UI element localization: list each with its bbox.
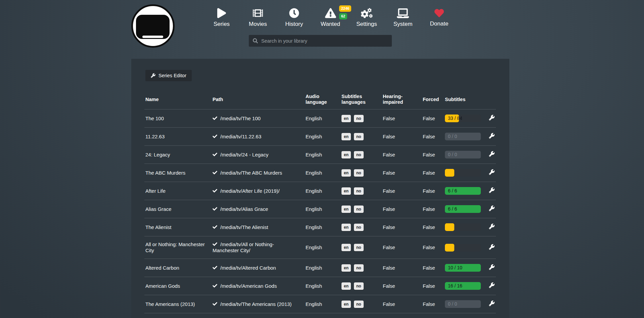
main-nav: Series Movies History Wanted 2246 62 Set…	[203, 7, 457, 28]
subtitles-progress	[445, 169, 481, 177]
series-editor-button[interactable]: Series Editor	[145, 70, 192, 81]
edit-wrench-icon[interactable]	[489, 282, 495, 288]
hearing-impaired-value: False	[382, 164, 422, 182]
subtitles-progress: 0 / 0	[445, 133, 481, 140]
header-path: Path	[212, 92, 305, 109]
nav-item-history[interactable]: History	[276, 7, 312, 28]
search-icon	[253, 38, 258, 43]
edit-wrench-icon[interactable]	[489, 151, 495, 157]
hearing-impaired-value: False	[382, 128, 422, 146]
table-row[interactable]: All or Nothing: Manchester City /media/t…	[144, 236, 496, 259]
language-badge: no	[354, 264, 364, 272]
language-badge: en	[341, 282, 351, 290]
language-badge: no	[354, 206, 364, 213]
language-badge: no	[354, 282, 364, 290]
nav-item-system[interactable]: System	[385, 7, 421, 28]
edit-wrench-icon[interactable]	[489, 224, 495, 229]
edit-wrench-icon[interactable]	[489, 264, 495, 270]
language-badge: en	[341, 244, 351, 251]
table-row[interactable]: After Life /media/tv/After Life (2019)/ …	[144, 182, 496, 200]
subtitles-progress-label: 6 / 6	[448, 205, 457, 213]
hearing-impaired-value: False	[382, 109, 422, 128]
subtitles-progress: 0 / 0	[445, 300, 481, 308]
subtitles-progress	[445, 244, 481, 252]
series-path: /media/tv/The Americans (2013)	[220, 301, 292, 307]
nav-item-donate[interactable]: Donate	[421, 7, 457, 28]
edit-wrench-icon[interactable]	[489, 206, 495, 211]
language-badge: no	[354, 115, 364, 122]
table-row[interactable]: The Americans (2013) /media/tv/The Ameri…	[144, 295, 496, 313]
forced-value: False	[422, 236, 444, 259]
language-badge: no	[354, 187, 364, 195]
edit-wrench-icon[interactable]	[489, 187, 495, 193]
subtitles-progress-label: 16 / 16	[448, 282, 462, 290]
language-badge: no	[354, 151, 364, 158]
language-badge: no	[354, 133, 364, 140]
check-icon	[213, 170, 217, 175]
series-path: /media/tv/All or Nothing- Manchester Cit…	[213, 241, 274, 253]
series-name: All or Nothing: Manchester City	[144, 236, 212, 259]
edit-wrench-icon[interactable]	[489, 244, 495, 250]
check-icon	[213, 242, 217, 246]
edit-wrench-icon[interactable]	[489, 115, 495, 121]
language-badge: en	[341, 151, 351, 158]
subtitles-progress-label: 0 / 0	[448, 151, 457, 158]
heart-icon	[434, 7, 445, 19]
series-name: Altered Carbon	[144, 259, 212, 277]
language-badge: en	[341, 115, 351, 122]
subtitle-language-badges: enno	[340, 313, 382, 318]
table-row[interactable]: 24: Legacy /media/tv/24 - Legacy English…	[144, 146, 496, 164]
hearing-impaired-value: False	[382, 277, 422, 295]
subtitle-language-badges: enno	[340, 295, 382, 313]
edit-wrench-icon[interactable]	[489, 133, 495, 139]
table-row[interactable]: The 100 /media/tv/The 100 English enno F…	[144, 109, 496, 128]
forced-value: False	[422, 146, 444, 164]
table-row[interactable]: The ABC Murders /media/tv/The ABC Murder…	[144, 164, 496, 182]
nav-label: Series	[203, 21, 240, 28]
nav-label: System	[385, 21, 421, 28]
series-path: /media/tv/Alias Grace	[220, 206, 268, 212]
audio-language: English	[305, 146, 340, 164]
subtitle-language-badges: enno	[340, 146, 382, 164]
audio-language: English	[305, 277, 340, 295]
series-path: /media/tv/After Life (2019)/	[220, 188, 280, 194]
table-row[interactable]: American Gods /media/tv/American Gods En…	[144, 277, 496, 295]
search-input[interactable]	[261, 38, 388, 44]
check-icon	[213, 265, 217, 270]
hearing-impaired-value: False	[382, 200, 422, 218]
table-row[interactable]: 11.22.63 /media/tv/11.22.63 English enno…	[144, 128, 496, 146]
nav-item-settings[interactable]: Settings	[349, 7, 385, 28]
language-badge: no	[354, 224, 364, 231]
header-audio-language: Audio language	[305, 92, 340, 109]
hearing-impaired-value: False	[382, 295, 422, 313]
table-row[interactable]: Altered Carbon /media/tv/Altered Carbon …	[144, 259, 496, 277]
table-row[interactable]: The Alienist /media/tv/The Alienist Engl…	[144, 218, 496, 236]
check-icon	[213, 225, 217, 229]
nav-item-wanted[interactable]: Wanted 2246 62	[312, 7, 349, 28]
subtitle-language-badges: enno	[340, 200, 382, 218]
subtitles-progress: 33 / 84	[445, 115, 481, 122]
series-name: Alias Grace	[144, 200, 212, 218]
edit-wrench-icon[interactable]	[489, 169, 495, 175]
bazarr-logo[interactable]	[131, 4, 175, 48]
nav-item-movies[interactable]: Movies	[240, 7, 276, 28]
language-badge: en	[341, 301, 351, 308]
table-row[interactable]: Alias Grace /media/tv/Alias Grace Englis…	[144, 200, 496, 218]
audio-language: English	[305, 295, 340, 313]
hearing-impaired-value: False	[382, 146, 422, 164]
subtitle-language-badges: enno	[340, 164, 382, 182]
audio-language: English	[305, 109, 340, 128]
nav-label: Settings	[349, 21, 385, 28]
laptop-icon	[397, 7, 409, 19]
series-name: The ABC Murders	[144, 164, 212, 182]
film-icon	[253, 7, 263, 19]
edit-wrench-icon[interactable]	[489, 301, 495, 306]
hearing-impaired-value: False	[382, 218, 422, 236]
series-path: /media/tv/24 - Legacy	[220, 152, 268, 157]
subtitles-progress: 10 / 10	[445, 264, 481, 272]
subtitle-language-badges: enno	[340, 277, 382, 295]
nav-label: History	[276, 21, 312, 28]
table-row[interactable]: Another Life (2019) /media/tv/Another Li…	[144, 313, 496, 318]
nav-label: Donate	[421, 20, 457, 27]
nav-item-series[interactable]: Series	[203, 7, 240, 28]
